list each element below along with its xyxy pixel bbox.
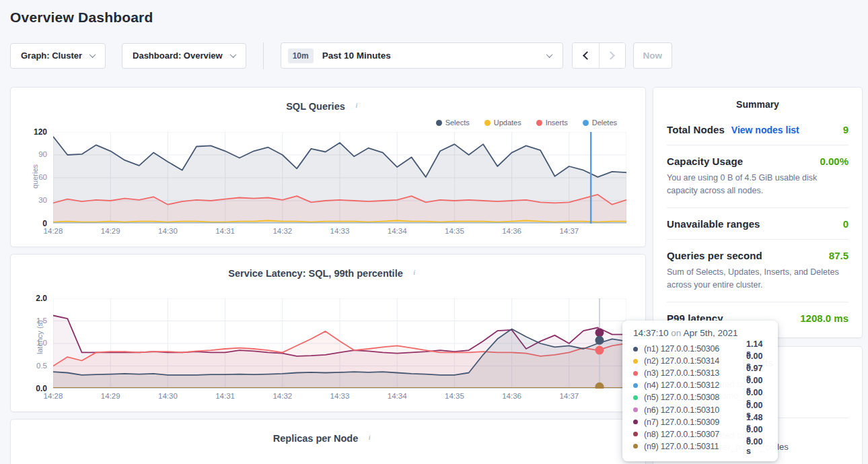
x-tick-label: 14:37	[559, 392, 579, 400]
chevron-right-icon	[606, 51, 615, 60]
legend-item[interactable]: Updates	[484, 118, 521, 127]
summary-label: P99 latency	[667, 312, 723, 324]
legend-item[interactable]: Selects	[436, 118, 470, 127]
x-tick-label: 14:30	[158, 227, 178, 235]
side-column: Summary Total NodesView nodes list9Capac…	[653, 87, 863, 464]
summary-card: Summary Total NodesView nodes list9Capac…	[653, 87, 863, 338]
events-card: Events User root created tablemovr.publi…	[653, 346, 863, 464]
x-tick-label: 14:35	[445, 392, 464, 400]
chart-legend: SelectsUpdatesInsertsDeletes	[22, 118, 626, 127]
legend-label: Inserts	[546, 119, 568, 127]
legend-item[interactable]: Inserts	[536, 118, 568, 127]
x-tick-label: 14:31	[215, 392, 235, 400]
x-tick-label: 14:32	[273, 392, 292, 400]
view-nodes-list-link[interactable]: View nodes list	[731, 125, 799, 135]
x-tick-label: 14:33	[330, 227, 350, 235]
legend-dot-icon	[583, 120, 589, 126]
toolbar: Graph: Cluster Dashboard: Overview 10m P…	[10, 42, 858, 69]
summary-description: You are using 0 B of 4.5 GiB usable disk…	[667, 172, 848, 198]
y-tick-label: 0.5	[36, 362, 47, 370]
service-latency-plot[interactable]: 14:2814:2914:3014:3114:3214:3314:3414:35…	[53, 298, 626, 402]
summary-label: Total Nodes	[667, 124, 725, 135]
chevron-down-icon	[229, 51, 236, 58]
graph-dropdown[interactable]: Graph: Cluster	[10, 43, 106, 69]
y-tick-label: 90	[38, 150, 47, 158]
event-item[interactable]: User root created tablemovr.public.promo…	[667, 372, 848, 418]
chart-plot-svg	[53, 298, 626, 389]
y-tick-label: 1.0	[36, 339, 47, 347]
time-range-badge: 10m	[288, 48, 314, 63]
sql-queries-plot[interactable]: 14:2814:2914:3014:3114:3214:3314:3414:35…	[53, 132, 626, 237]
x-tick-label: 14:33	[330, 392, 350, 400]
summary-title: Summary	[667, 99, 848, 110]
x-axis-ticks: 14:2814:2914:3014:3114:3214:3314:3414:35…	[53, 227, 626, 237]
legend-dot-icon	[536, 120, 542, 126]
x-tick-label: 14:36	[502, 392, 521, 400]
x-axis-ticks: 14:2814:2914:3014:3114:3214:3314:3414:35…	[53, 392, 626, 402]
summary-description: Sum of Selects, Updates, Inserts, and De…	[667, 266, 848, 292]
chart-title: Replicas per Node	[273, 433, 359, 444]
replicas-per-node-chart-card: Replicas per Node i	[10, 419, 646, 464]
x-tick-label: 14:34	[388, 227, 407, 235]
time-prev-button[interactable]	[573, 43, 599, 68]
dashboard-dropdown[interactable]: Dashboard: Overview	[122, 43, 246, 69]
time-range-label: Past 10 Minutes	[322, 51, 547, 61]
summary-label: Capacity Usage	[667, 156, 743, 167]
x-tick-label: 14:28	[44, 392, 63, 400]
y-tick-label: 120	[34, 127, 47, 137]
summary-value: 0.00%	[820, 156, 848, 167]
time-range-picker[interactable]: 10m Past 10 Minutes	[281, 42, 563, 69]
x-tick-label: 14:34	[388, 392, 407, 400]
chevron-down-icon	[89, 51, 96, 58]
info-icon[interactable]: i	[409, 268, 420, 279]
summary-rows: Total NodesView nodes list9Capacity Usag…	[667, 114, 848, 333]
x-tick-label: 14:29	[101, 227, 120, 235]
now-button[interactable]: Now	[633, 42, 672, 69]
toolbar-divider	[263, 42, 264, 69]
summary-value: 9	[843, 124, 848, 135]
event-text-line: User root created table	[667, 430, 848, 441]
charts-column: SQL Queries i SelectsUpdatesInsertsDelet…	[10, 87, 646, 464]
graph-dropdown-label: Graph: Cluster	[21, 51, 82, 61]
dashboard-dropdown-label: Dashboard: Overview	[133, 51, 223, 61]
x-tick-label: 14:30	[158, 392, 178, 400]
x-tick-label: 14:35	[445, 227, 464, 235]
x-tick-label: 14:32	[273, 227, 292, 235]
event-text-line: movr.public.promo_codes	[667, 390, 848, 401]
events-title: Events	[667, 358, 848, 368]
time-step-buttons	[572, 42, 626, 69]
chart-title: SQL Queries	[286, 101, 345, 112]
x-tick-label: 14:29	[101, 392, 120, 400]
service-latency-chart-card: Service Latency: SQL, 99th percentile i …	[10, 254, 646, 412]
info-icon[interactable]: i	[351, 101, 362, 112]
y-tick-label: 1.5	[36, 317, 47, 325]
legend-label: Selects	[445, 119, 470, 127]
event-item[interactable]: User root created tablemovr.public.user_…	[667, 418, 848, 464]
dashboard-layout: SQL Queries i SelectsUpdatesInsertsDelet…	[10, 87, 863, 464]
summary-value: 0	[843, 218, 848, 230]
summary-row: Queries per second87.5Sum of Selects, Up…	[667, 239, 848, 302]
summary-row: Unavailable ranges0	[667, 207, 848, 239]
event-text-line: User root created table	[667, 378, 848, 390]
chart-plot-svg	[53, 132, 626, 224]
legend-dot-icon	[436, 120, 442, 126]
page-title: Overview Dashboard	[10, 9, 868, 26]
summary-label: Queries per second	[667, 250, 762, 261]
x-tick-label: 14:37	[559, 227, 579, 235]
summary-value: 1208.0 ms	[800, 312, 848, 324]
chevron-down-icon	[546, 51, 552, 58]
info-icon[interactable]: i	[364, 433, 375, 444]
x-tick-label: 14:28	[44, 227, 63, 235]
time-next-button[interactable]	[599, 43, 625, 68]
x-tick-label: 14:31	[215, 227, 235, 235]
y-axis-ticks: 0.00.51.01.52.0	[24, 298, 53, 389]
y-axis-ticks: 0306090120	[24, 132, 53, 224]
summary-value: 87.5	[829, 250, 848, 261]
y-tick-label: 60	[38, 173, 47, 181]
y-tick-label: 2.0	[36, 294, 47, 303]
legend-item[interactable]: Deletes	[583, 118, 617, 127]
sql-queries-chart-card: SQL Queries i SelectsUpdatesInsertsDelet…	[10, 87, 646, 247]
event-text-line: movr.public.user_promo_codes	[667, 441, 848, 453]
legend-dot-icon	[484, 120, 491, 126]
events-list: User root created tablemovr.public.promo…	[667, 372, 848, 464]
